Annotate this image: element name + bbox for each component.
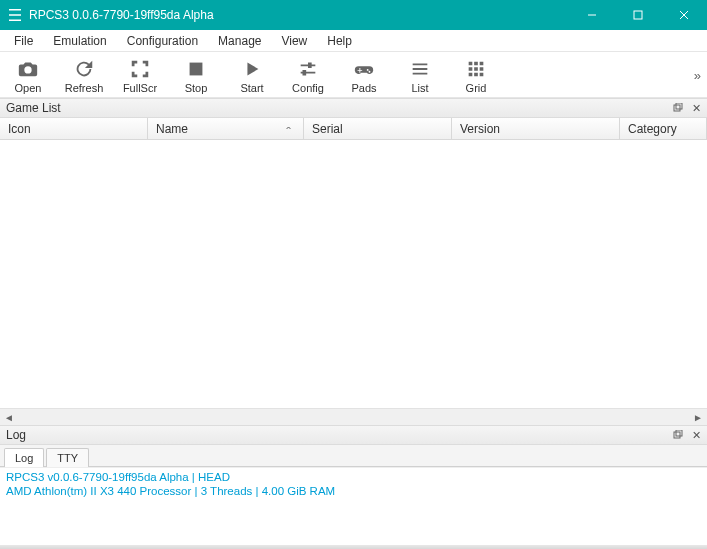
refresh-icon	[73, 58, 95, 80]
panel-title: Game List	[6, 101, 667, 115]
svg-rect-7	[676, 103, 682, 109]
camera-icon	[17, 58, 39, 80]
panel-close-button[interactable]: ✕	[689, 428, 703, 442]
stop-icon	[185, 58, 207, 80]
gamelist-hscrollbar[interactable]: ◄ ►	[0, 408, 707, 425]
column-serial[interactable]: Serial	[304, 118, 452, 139]
svg-rect-9	[676, 430, 682, 436]
panel-close-button[interactable]: ✕	[689, 101, 703, 115]
log-tabs: Log TTY	[0, 445, 707, 467]
log-line: AMD Athlon(tm) II X3 440 Processor | 3 T…	[6, 484, 701, 498]
close-button[interactable]	[661, 0, 707, 30]
toolbar-label: List	[411, 82, 428, 94]
tab-log[interactable]: Log	[4, 448, 44, 467]
toolbar-label: Start	[240, 82, 263, 94]
scroll-left-icon[interactable]: ◄	[2, 410, 16, 424]
gamelist-column-header: Icon Name Serial Version Category	[0, 118, 707, 140]
fullscreen-button[interactable]: FullScr	[120, 58, 160, 94]
menu-configuration[interactable]: Configuration	[117, 31, 208, 51]
svg-rect-5	[190, 62, 203, 75]
toolbar-label: Config	[292, 82, 324, 94]
sliders-icon	[297, 58, 319, 80]
menu-manage[interactable]: Manage	[208, 31, 271, 51]
grid-button[interactable]: Grid	[456, 58, 496, 94]
list-icon	[409, 58, 431, 80]
menu-emulation[interactable]: Emulation	[43, 31, 116, 51]
toolbar-label: Grid	[466, 82, 487, 94]
toolbar-label: Pads	[351, 82, 376, 94]
pads-button[interactable]: Pads	[344, 58, 384, 94]
column-name[interactable]: Name	[148, 118, 304, 139]
start-button[interactable]: Start	[232, 58, 272, 94]
play-icon	[241, 58, 263, 80]
toolbar-label: Refresh	[65, 82, 104, 94]
minimize-button[interactable]	[569, 0, 615, 30]
svg-rect-1	[634, 11, 642, 19]
panel-undock-button[interactable]	[671, 428, 685, 442]
log-panel-header: Log ✕	[0, 425, 707, 445]
grid-icon	[465, 58, 487, 80]
list-button[interactable]: List	[400, 58, 440, 94]
toolbar-label: FullScr	[123, 82, 157, 94]
toolbar-label: Open	[15, 82, 42, 94]
toolbar-overflow-button[interactable]: »	[694, 67, 701, 82]
column-category[interactable]: Category	[620, 118, 707, 139]
toolbar-label: Stop	[185, 82, 208, 94]
menubar: File Emulation Configuration Manage View…	[0, 30, 707, 52]
panel-title: Log	[6, 428, 667, 442]
tab-tty[interactable]: TTY	[46, 448, 89, 467]
maximize-button[interactable]	[615, 0, 661, 30]
scroll-right-icon[interactable]: ►	[691, 410, 705, 424]
menu-view[interactable]: View	[271, 31, 317, 51]
svg-point-4	[24, 66, 31, 73]
column-icon[interactable]: Icon	[0, 118, 148, 139]
panel-undock-button[interactable]	[671, 101, 685, 115]
config-button[interactable]: Config	[288, 58, 328, 94]
statusbar	[0, 545, 707, 549]
open-button[interactable]: Open	[8, 58, 48, 94]
log-body: RPCS3 v0.0.6-7790-19ff95da Alpha | HEAD …	[0, 467, 707, 545]
app-icon	[6, 6, 24, 24]
fullscreen-icon	[129, 58, 151, 80]
menu-help[interactable]: Help	[317, 31, 362, 51]
titlebar: RPCS3 0.0.6-7790-19ff95da Alpha	[0, 0, 707, 30]
toolbar: Open Refresh FullScr Stop Start Config	[0, 52, 707, 98]
svg-rect-8	[674, 432, 680, 438]
window-title: RPCS3 0.0.6-7790-19ff95da Alpha	[29, 8, 569, 22]
column-version[interactable]: Version	[452, 118, 620, 139]
gamepad-icon	[353, 58, 375, 80]
refresh-button[interactable]: Refresh	[64, 58, 104, 94]
gamelist-panel-header: Game List ✕	[0, 98, 707, 118]
gamelist-body	[0, 140, 707, 408]
menu-file[interactable]: File	[4, 31, 43, 51]
svg-rect-6	[674, 105, 680, 111]
stop-button[interactable]: Stop	[176, 58, 216, 94]
log-line: RPCS3 v0.0.6-7790-19ff95da Alpha | HEAD	[6, 470, 701, 484]
